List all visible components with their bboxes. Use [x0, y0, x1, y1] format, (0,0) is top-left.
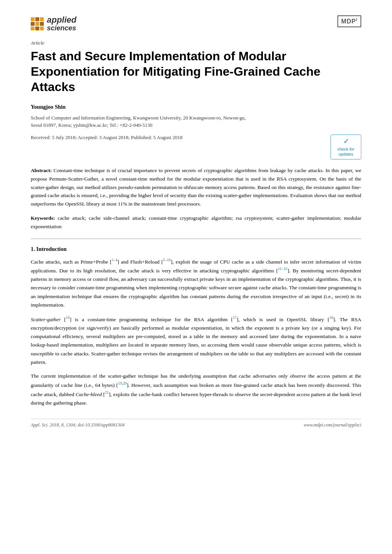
- journal-name: applied sciences: [47, 15, 76, 32]
- received-text: Received: 5 July 2018; Accepted: 3 Augus…: [31, 134, 323, 141]
- check-updates-line1: check for: [337, 147, 354, 152]
- keywords-section: Keywords: cache attack; cache side-chann…: [31, 214, 361, 231]
- journal-name-line1: applied: [47, 15, 76, 25]
- cache-bleed-term: Cache-bleed: [76, 391, 102, 397]
- article-type: Article: [31, 40, 361, 46]
- journal-logo: applied sciences: [31, 15, 76, 32]
- abstract-section: Abstract: Constant-time technique is of …: [31, 166, 361, 208]
- ref-18: 18: [329, 315, 333, 320]
- mdpi-logo: MDPI: [337, 15, 361, 27]
- keywords-text: cache attack; cache side-channel attack;…: [31, 215, 361, 229]
- footer-url: www.mdpi.com/journal/applsci: [304, 422, 361, 428]
- ref-16: 16: [66, 315, 70, 320]
- abstract-text: Constant-time technique is of crucial im…: [31, 168, 361, 206]
- affiliation-line2: Seoul 01897, Korea; yjshin@kw.ac.kr; Tel…: [31, 122, 153, 128]
- article-title: Fast and Secure Implementation of Modula…: [31, 48, 361, 95]
- page-footer: Appl. Sci. 2018, 8, 1304; doi:10.3390/ap…: [31, 419, 361, 428]
- footer-doi: Appl. Sci. 2018, 8, 1304; doi:10.3390/ap…: [31, 422, 125, 428]
- section-divider: [31, 239, 361, 239]
- affiliation-line1: School of Computer and Information Engin…: [31, 115, 246, 121]
- paragraph-1: Cache attacks, such as Prime+Probe [1–4]…: [31, 257, 361, 310]
- paragraph-2: Scatter-gather [16] is a constant-time p…: [31, 315, 361, 367]
- paragraph-3: The current implementation of the scatte…: [31, 372, 361, 407]
- affiliation: School of Computer and Information Engin…: [31, 114, 361, 129]
- ref-5-10: 5–10: [163, 258, 171, 262]
- scatter-gather-term: Scatter-gather: [31, 317, 61, 322]
- author-name: Youngjoo Shin: [31, 104, 361, 110]
- logo-grid-icon: [31, 17, 44, 30]
- ref-21: 21: [105, 390, 109, 395]
- section1-title: 1. Introduction: [31, 246, 361, 252]
- ref-11-15: 11–15: [278, 267, 287, 271]
- check-updates-badge: ✓ check for updates: [331, 134, 361, 159]
- keywords-label: Keywords:: [31, 215, 55, 221]
- ref-19-20: 19,20: [118, 381, 127, 385]
- ref-17: 17: [233, 315, 237, 320]
- page-header: applied sciences MDPI: [31, 15, 361, 32]
- abstract-label: Abstract:: [31, 168, 52, 173]
- ref-1-4: 1–4: [112, 258, 118, 262]
- check-updates-line2: updates: [339, 152, 353, 157]
- received-row: Received: 5 July 2018; Accepted: 3 Augus…: [31, 134, 361, 159]
- check-updates-icon: ✓: [343, 137, 349, 146]
- journal-name-line2: sciences: [47, 25, 76, 32]
